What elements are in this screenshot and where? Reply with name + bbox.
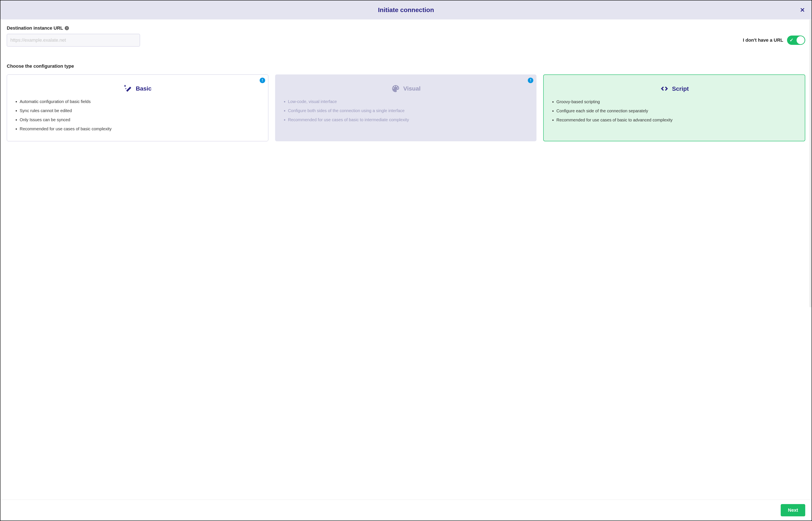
card-bullets: Automatic configuration of basic fields … (13, 98, 263, 132)
list-item: Automatic configuration of basic fields (20, 98, 263, 105)
url-label-row: Destination instance URL ! (7, 25, 805, 31)
next-button-label: Next (788, 507, 798, 513)
list-item: Configure both sides of the connection u… (288, 108, 531, 114)
check-icon: ✓ (790, 38, 793, 43)
modal-header: Initiate connection ✕ (0, 0, 812, 20)
card-info-icon[interactable]: ! (528, 77, 533, 83)
config-type-label: Choose the configuration type (7, 64, 805, 69)
info-icon[interactable]: ! (65, 26, 69, 30)
modal-body: Destination instance URL ! I don't have … (0, 20, 812, 500)
list-item: Groovy-based scripting (556, 98, 799, 105)
initiate-connection-modal: Initiate connection ✕ Destination instan… (0, 0, 812, 521)
list-item: Sync rules cannot be edited (20, 108, 263, 114)
card-title: Basic (136, 85, 152, 92)
code-icon (660, 84, 669, 93)
list-item: Configure each side of the connection se… (556, 108, 799, 114)
destination-url-label: Destination instance URL (7, 25, 63, 31)
list-item: Only Issues can be synced (20, 117, 263, 123)
config-card-script[interactable]: Script Groovy-based scripting Configure … (543, 74, 805, 141)
url-row: I don't have a URL ✓ (7, 34, 805, 47)
modal-title: Initiate connection (378, 6, 434, 14)
magic-wand-icon (123, 84, 133, 93)
toggle-knob (796, 36, 805, 44)
modal-footer: Next (0, 500, 812, 521)
close-icon: ✕ (800, 7, 805, 13)
no-url-label: I don't have a URL (743, 38, 783, 43)
config-card-visual[interactable]: ! Visual Low-code, visual interface Conf… (275, 74, 537, 141)
config-cards: ! Basic Automatic configuration of basic… (7, 74, 805, 141)
card-head: Basic (13, 84, 263, 93)
card-bullets: Groovy-based scripting Configure each si… (549, 98, 799, 123)
card-info-icon[interactable]: ! (260, 77, 265, 83)
list-item: Recommended for use cases of basic to ad… (556, 117, 799, 123)
palette-icon (391, 84, 400, 93)
card-head: Script (549, 84, 799, 93)
list-item: Recommended for use cases of basic compl… (20, 126, 263, 132)
list-item: Recommended for use cases of basic to in… (288, 117, 531, 123)
config-card-basic[interactable]: ! Basic Automatic configuration of basic… (7, 74, 268, 141)
no-url-group: I don't have a URL ✓ (743, 36, 805, 45)
card-title: Visual (403, 85, 421, 92)
scrollbar[interactable] (809, 20, 812, 308)
next-button[interactable]: Next (781, 504, 805, 516)
close-button[interactable]: ✕ (800, 6, 805, 14)
card-head: Visual (281, 84, 531, 93)
card-title: Script (672, 86, 689, 92)
list-item: Low-code, visual interface (288, 98, 531, 105)
no-url-toggle[interactable]: ✓ (787, 36, 805, 45)
destination-url-input[interactable] (7, 34, 140, 47)
card-bullets: Low-code, visual interface Configure bot… (281, 98, 531, 123)
